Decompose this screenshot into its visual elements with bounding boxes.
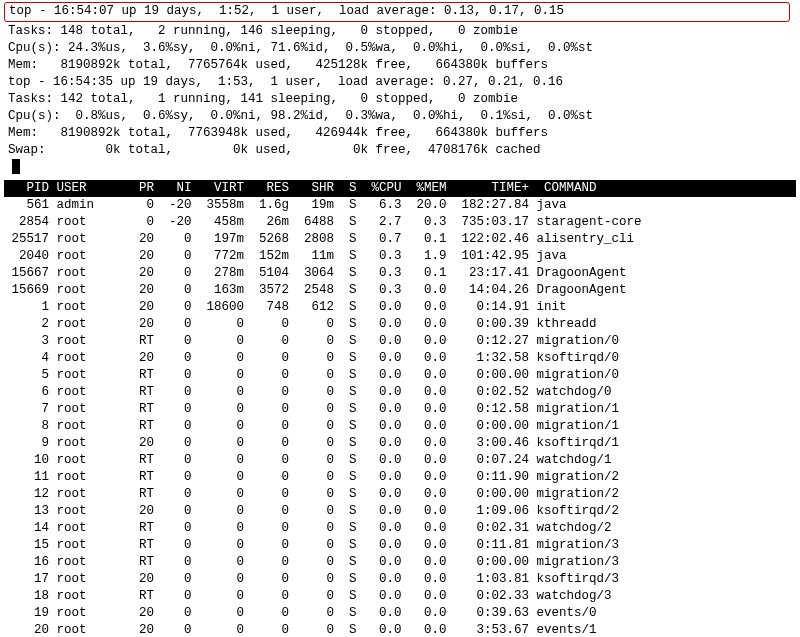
- process-row: 15 root RT 0 0 0 0 S 0.0 0.0 0:11.81 mig…: [4, 537, 796, 554]
- process-table: PID USER PR NI VIRT RES SHR S %CPU %MEM …: [4, 180, 796, 637]
- process-row: 8 root RT 0 0 0 0 S 0.0 0.0 0:00.00 migr…: [4, 418, 796, 435]
- top-cpu-line-1: Cpu(s): 24.3%us, 3.6%sy, 0.0%ni, 71.6%id…: [4, 40, 796, 57]
- process-row: 18 root RT 0 0 0 0 S 0.0 0.0 0:02.33 wat…: [4, 588, 796, 605]
- process-row: 7 root RT 0 0 0 0 S 0.0 0.0 0:12.58 migr…: [4, 401, 796, 418]
- process-row: 2040 root 20 0 772m 152m 11m S 0.3 1.9 1…: [4, 248, 796, 265]
- process-table-body: 561 admin 0 -20 3558m 1.6g 19m S 6.3 20.…: [4, 197, 796, 637]
- process-row: 2854 root 0 -20 458m 26m 6488 S 2.7 0.3 …: [4, 214, 796, 231]
- process-row: 15667 root 20 0 278m 5104 3064 S 0.3 0.1…: [4, 265, 796, 282]
- process-row: 10 root RT 0 0 0 0 S 0.0 0.0 0:07.24 wat…: [4, 452, 796, 469]
- process-table-header: PID USER PR NI VIRT RES SHR S %CPU %MEM …: [4, 180, 796, 197]
- process-row: 3 root RT 0 0 0 0 S 0.0 0.0 0:12.27 migr…: [4, 333, 796, 350]
- process-row: 14 root RT 0 0 0 0 S 0.0 0.0 0:02.31 wat…: [4, 520, 796, 537]
- process-row: 2 root 20 0 0 0 0 S 0.0 0.0 0:00.39 kthr…: [4, 316, 796, 333]
- process-row: 16 root RT 0 0 0 0 S 0.0 0.0 0:00.00 mig…: [4, 554, 796, 571]
- top-summary-line-2: top - 16:54:35 up 19 days, 1:53, 1 user,…: [4, 74, 796, 91]
- top-cpu-line-2: Cpu(s): 0.8%us, 0.6%sy, 0.0%ni, 98.2%id,…: [4, 108, 796, 125]
- process-row: 1 root 20 0 18600 748 612 S 0.0 0.0 0:14…: [4, 299, 796, 316]
- process-row: 13 root 20 0 0 0 0 S 0.0 0.0 1:09.06 kso…: [4, 503, 796, 520]
- top-tasks-line-2: Tasks: 142 total, 1 running, 141 sleepin…: [4, 91, 796, 108]
- top-mem-line-2: Mem: 8190892k total, 7763948k used, 4269…: [4, 125, 796, 142]
- top-summary-highlighted: top - 16:54:07 up 19 days, 1:52, 1 user,…: [4, 2, 790, 22]
- process-row: 17 root 20 0 0 0 0 S 0.0 0.0 1:03.81 kso…: [4, 571, 796, 588]
- process-row: 20 root 20 0 0 0 0 S 0.0 0.0 3:53.67 eve…: [4, 622, 796, 637]
- process-row: 561 admin 0 -20 3558m 1.6g 19m S 6.3 20.…: [4, 197, 796, 214]
- process-row: 6 root RT 0 0 0 0 S 0.0 0.0 0:02.52 watc…: [4, 384, 796, 401]
- process-row: 11 root RT 0 0 0 0 S 0.0 0.0 0:11.90 mig…: [4, 469, 796, 486]
- process-row: 25517 root 20 0 197m 5268 2808 S 0.7 0.1…: [4, 231, 796, 248]
- top-swap-line: Swap: 0k total, 0k used, 0k free, 470817…: [4, 142, 796, 159]
- process-row: 4 root 20 0 0 0 0 S 0.0 0.0 1:32.58 ksof…: [4, 350, 796, 367]
- process-row: 19 root 20 0 0 0 0 S 0.0 0.0 0:39.63 eve…: [4, 605, 796, 622]
- cursor-icon: [12, 159, 20, 174]
- process-row: 15669 root 20 0 163m 3572 2548 S 0.3 0.0…: [4, 282, 796, 299]
- top-mem-line-1: Mem: 8190892k total, 7765764k used, 4251…: [4, 57, 796, 74]
- process-row: 5 root RT 0 0 0 0 S 0.0 0.0 0:00.00 migr…: [4, 367, 796, 384]
- process-row: 9 root 20 0 0 0 0 S 0.0 0.0 3:00.46 ksof…: [4, 435, 796, 452]
- process-row: 12 root RT 0 0 0 0 S 0.0 0.0 0:00.00 mig…: [4, 486, 796, 503]
- command-input-line[interactable]: [4, 159, 796, 178]
- top-tasks-line-1: Tasks: 148 total, 2 running, 146 sleepin…: [4, 23, 796, 40]
